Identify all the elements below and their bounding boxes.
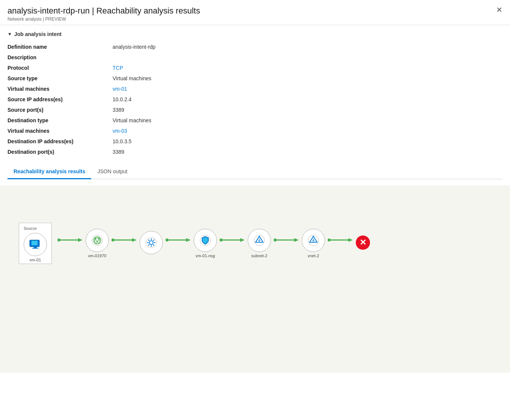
field-value-source-ip: 10.0.2.4 [113, 94, 502, 105]
node-label-vnet2: vnet-2 [308, 254, 319, 258]
diagram-area: Source vm-01 [0, 185, 510, 373]
node-subnet2: subnet-2 [248, 229, 271, 258]
svg-marker-6 [78, 238, 83, 242]
node-vm01970: vm-01970 [86, 229, 109, 258]
arrow-6 [327, 236, 354, 244]
vm-icon [28, 237, 42, 252]
node-circle-vnet2 [302, 229, 325, 252]
field-label-protocol: Protocol [8, 63, 113, 73]
field-value-dest-ip: 10.0.3.5 [113, 136, 502, 147]
page-header: analysis-intent-rdp-run | Reachability a… [0, 0, 510, 25]
arrow-3 [165, 236, 191, 244]
field-value-dest-vm[interactable]: vm-03 [113, 126, 502, 136]
field-value-dest-port: 3389 [113, 147, 502, 157]
field-value-source-port: 3389 [113, 105, 502, 115]
content-area: ▼ Job analysis intent Definition name an… [0, 25, 510, 185]
arrow-svg-3 [165, 236, 191, 244]
node-vnet2: vnet-2 [302, 229, 325, 258]
svg-point-11 [98, 238, 99, 240]
blocked-icon: ✕ [356, 236, 370, 250]
arrow-svg-4 [219, 236, 245, 244]
node-circle-vm01 [24, 233, 47, 256]
node-circle-subnet2 [248, 229, 271, 252]
field-value-source-type: Virtual machines [113, 73, 502, 84]
node-label-vm01970: vm-01970 [88, 254, 107, 258]
svg-rect-2 [34, 247, 37, 248]
field-label-dest-ip: Destination IP address(es) [8, 136, 113, 147]
node-blocked: ✕ [356, 236, 370, 251]
field-value-source-vm[interactable]: vm-01 [113, 84, 502, 94]
svg-line-27 [148, 244, 149, 246]
node-circle-vm01970 [86, 229, 109, 252]
field-label-dest-type: Destination type [8, 115, 113, 126]
section-toggle[interactable]: ▼ Job analysis intent [8, 31, 502, 37]
arrow-svg-1 [57, 236, 83, 244]
svg-marker-35 [240, 238, 245, 242]
page-subtitle: Network analysis | PREVIEW [8, 16, 502, 22]
node-circle-nsg [194, 229, 217, 252]
field-label-source-port: Source port(s) [8, 105, 113, 115]
svg-line-25 [148, 240, 149, 241]
tab-json-output[interactable]: JSON output [91, 165, 133, 179]
close-button[interactable]: ✕ [496, 6, 502, 14]
subnet-icon [252, 233, 266, 248]
field-label-dest-vm: Virtual machines [8, 126, 113, 136]
svg-point-12 [96, 241, 98, 242]
arrow-svg-2 [111, 236, 137, 244]
svg-point-40 [258, 239, 260, 242]
arrow-2 [111, 236, 137, 244]
svg-point-20 [149, 241, 153, 244]
info-grid: Definition name analysis-intent-rdp Desc… [8, 42, 502, 157]
source-wrapper: Source vm-01 [19, 223, 52, 264]
node-label-subnet2: subnet-2 [251, 254, 268, 258]
field-label-source-type: Source type [8, 73, 113, 84]
svg-line-26 [153, 244, 154, 246]
svg-marker-43 [294, 238, 299, 242]
arrow-1 [57, 236, 83, 244]
field-label-source-ip: Source IP address(es) [8, 94, 113, 105]
svg-point-10 [95, 238, 96, 240]
source-border-box: Source vm-01 [19, 223, 52, 264]
nic-icon [90, 233, 104, 248]
node-label-nsg: vm-01-nsg [196, 254, 215, 258]
field-value-definition: analysis-intent-rdp [113, 42, 502, 52]
vnet-icon [306, 233, 320, 248]
field-label-definition: Definition name [8, 42, 113, 52]
node-nsg: vm-01-nsg [194, 229, 217, 258]
gear-icon [144, 236, 158, 250]
node-vm01: vm-01 [24, 233, 47, 262]
field-label-source-vm: Virtual machines [8, 84, 113, 94]
node-circle-gear [140, 231, 163, 254]
page-title: analysis-intent-rdp-run | Reachability a… [8, 6, 502, 16]
field-label-dest-port: Destination port(s) [8, 147, 113, 157]
arrow-5 [273, 236, 299, 244]
svg-point-48 [312, 239, 314, 242]
chevron-icon: ▼ [8, 32, 12, 37]
section-label: Job analysis intent [14, 31, 62, 37]
svg-marker-51 [348, 238, 353, 242]
nsg-icon [198, 233, 212, 248]
node-gear [140, 231, 163, 256]
field-value-description [113, 52, 502, 63]
svg-line-28 [153, 240, 154, 241]
node-label-vm01: vm-01 [30, 258, 41, 262]
svg-marker-31 [186, 238, 191, 242]
svg-rect-1 [32, 241, 38, 245]
field-value-protocol[interactable]: TCP [113, 63, 502, 73]
tabs-bar: Reachability analysis results JSON outpu… [8, 165, 502, 179]
tab-reachability[interactable]: Reachability analysis results [8, 165, 91, 179]
arrow-4 [219, 236, 245, 244]
arrow-svg-6 [327, 236, 354, 244]
arrow-svg-5 [273, 236, 299, 244]
field-value-dest-type: Virtual machines [113, 115, 502, 126]
svg-rect-3 [32, 248, 38, 249]
diagram-flow: Source vm-01 [19, 223, 370, 264]
field-label-description: Description [8, 52, 113, 63]
source-box-label: Source [24, 226, 37, 231]
svg-marker-18 [132, 238, 137, 242]
